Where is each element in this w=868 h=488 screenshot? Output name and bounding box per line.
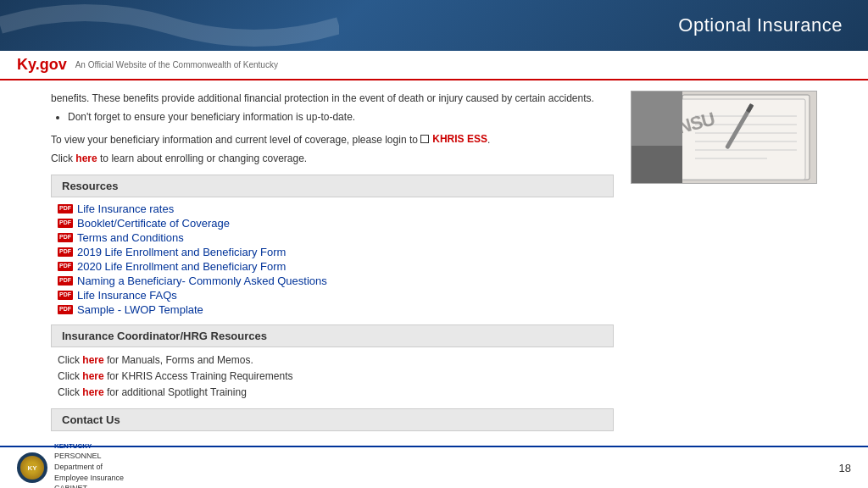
footer-logo: KY KENTUCKY PERSONNEL Department of Empl… xyxy=(17,441,124,488)
contact-heading: Contact Us xyxy=(51,408,614,431)
pdf-icon: PDF xyxy=(58,233,73,241)
page-number: 18 xyxy=(839,462,851,474)
khris-ess-link[interactable]: KHRIS ESS xyxy=(432,131,487,147)
pdf-icon: PDF xyxy=(58,219,73,227)
footer-cabinet: CABINET xyxy=(54,483,124,488)
resource-list: PDFLife Insurance ratesPDFBooklet/Certif… xyxy=(51,202,614,316)
footer-dept-line1: Department of xyxy=(54,462,124,473)
click-suffix: to learn about enrolling or changing cov… xyxy=(97,152,308,164)
checkbox-icon xyxy=(420,135,429,143)
list-item: PDFLife Insurance FAQs xyxy=(58,289,607,302)
content-column: benefits. These benefits provide additio… xyxy=(51,91,614,436)
page-header: Optional Insurance xyxy=(0,0,868,51)
footer-personnel: PERSONNEL xyxy=(54,451,124,462)
resource-link[interactable]: Terms and Conditions xyxy=(77,231,184,244)
resource-link[interactable]: Naming a Beneficiary- Commonly Asked Que… xyxy=(77,274,327,287)
list-item: PDF2020 Life Enrollment and Beneficiary … xyxy=(58,260,607,273)
list-item: PDFLife Insurance rates xyxy=(58,202,607,215)
footer: KY KENTUCKY PERSONNEL Department of Empl… xyxy=(0,446,868,488)
coordinator-section: Insurance Coordinator/HRG Resources Clic… xyxy=(51,324,614,402)
list-item: PDFNaming a Beneficiary- Commonly Asked … xyxy=(58,274,607,287)
resource-link[interactable]: 2020 Life Enrollment and Beneficiary For… xyxy=(77,260,286,273)
contact-section: Contact Us xyxy=(51,408,614,431)
pdf-icon: PDF xyxy=(58,276,73,285)
coordinator-heading: Insurance Coordinator/HRG Resources xyxy=(51,324,614,347)
enroll-link[interactable]: here xyxy=(75,152,97,164)
resource-link[interactable]: Life Insurance rates xyxy=(77,202,174,215)
intro-paragraph1: benefits. These benefits provide additio… xyxy=(51,91,614,106)
image-column: LIFE INSU xyxy=(631,91,817,436)
pdf-icon: PDF xyxy=(58,204,73,213)
pdf-icon: PDF xyxy=(58,305,73,313)
ky-gov-logo: Ky.gov xyxy=(17,56,67,74)
list-item: PDF2019 Life Enrollment and Beneficiary … xyxy=(58,246,607,258)
coord-link3[interactable]: here xyxy=(82,386,103,398)
intro-bullet1: Don't forget to ensure your beneficiary … xyxy=(68,109,614,125)
navbar: Ky.gov An Official Website of the Common… xyxy=(0,51,868,80)
pdf-icon: PDF xyxy=(58,291,73,299)
coord-line2: Click here for KHRIS Access Training Req… xyxy=(58,369,607,385)
resources-heading: Resources xyxy=(51,175,614,197)
pdf-icon: PDF xyxy=(58,247,73,256)
header-title: Optional Insurance xyxy=(678,14,843,36)
resources-section: Resources PDFLife Insurance ratesPDFBook… xyxy=(51,175,614,316)
footer-logo-circle: KY xyxy=(17,452,47,483)
ky-logo-ky: Ky xyxy=(17,56,36,73)
life-insurance-image: LIFE INSU xyxy=(631,91,817,184)
ky-logo-gov: .gov xyxy=(36,56,67,73)
resource-link[interactable]: Life Insurance FAQs xyxy=(77,289,177,302)
coord-line1: Click here for Manuals, Forms and Memos. xyxy=(58,352,607,369)
svg-rect-12 xyxy=(632,141,682,184)
list-item: PDFSample - LWOP Template xyxy=(58,303,607,316)
click-text: Click here to learn about enrolling or c… xyxy=(51,152,614,164)
coord-link2[interactable]: here xyxy=(82,370,103,382)
footer-dept-line2: Employee Insurance xyxy=(54,473,124,484)
click-prefix: Click xyxy=(51,152,75,164)
login-text: To view your beneficiary information and… xyxy=(51,131,614,147)
navbar-tagline: An Official Website of the Commonwealth … xyxy=(75,60,278,69)
coord-link1[interactable]: here xyxy=(82,354,103,366)
list-item: PDFTerms and Conditions xyxy=(58,231,607,244)
resource-link[interactable]: 2019 Life Enrollment and Beneficiary For… xyxy=(77,246,286,258)
intro-text: benefits. These benefits provide additio… xyxy=(51,91,614,125)
list-item: PDFBooklet/Certificate of Coverage xyxy=(58,217,607,230)
coordinator-lines: Click here for Manuals, Forms and Memos.… xyxy=(51,352,614,402)
login-prefix: To view your beneficiary information and… xyxy=(51,134,420,146)
footer-org-text: KENTUCKY PERSONNEL Department of Employe… xyxy=(54,441,124,488)
pdf-icon: PDF xyxy=(58,262,73,270)
resource-link[interactable]: Booklet/Certificate of Coverage xyxy=(77,217,230,230)
svg-rect-13 xyxy=(632,91,682,146)
coord-line3: Click here for additional Spotlight Trai… xyxy=(58,385,607,401)
footer-kentucky: KENTUCKY xyxy=(54,441,124,451)
resource-link[interactable]: Sample - LWOP Template xyxy=(77,303,203,316)
